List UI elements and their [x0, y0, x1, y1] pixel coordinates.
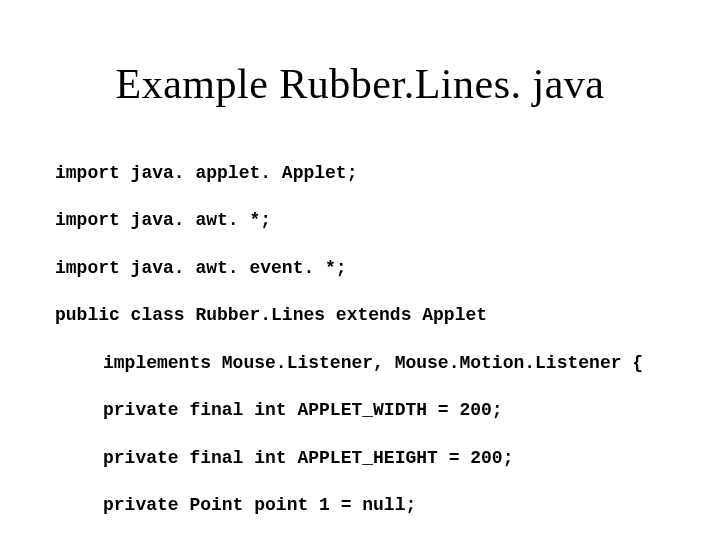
code-line: import java. applet. Applet;: [55, 162, 665, 186]
code-line: private Point point 1 = null;: [55, 494, 665, 518]
code-line: private final int APPLET_WIDTH = 200;: [55, 399, 665, 423]
code-line: import java. awt. *;: [55, 209, 665, 233]
code-line: import java. awt. event. *;: [55, 257, 665, 281]
code-line: public class Rubber.Lines extends Applet: [55, 304, 665, 328]
code-line: private final int APPLET_HEIGHT = 200;: [55, 447, 665, 471]
code-block: import java. applet. Applet; import java…: [55, 138, 665, 540]
slide-title: Example Rubber.Lines. java: [55, 60, 665, 108]
code-line: implements Mouse.Listener, Mouse.Motion.…: [55, 352, 665, 376]
